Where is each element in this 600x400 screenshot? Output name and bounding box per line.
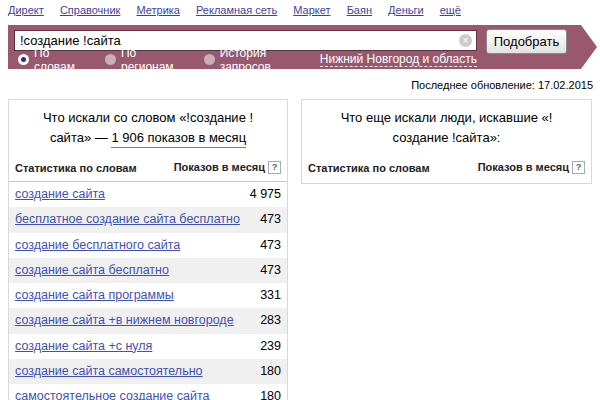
table-row: создание сайта +с нуля 239 bbox=[9, 334, 287, 359]
column-header-shows: Показов в месяц? bbox=[174, 161, 281, 174]
right-table-header: Статистика по словам Показов в месяц? bbox=[302, 154, 591, 183]
nav-link-more[interactable]: ещё bbox=[440, 4, 461, 16]
shows-value: 473 bbox=[260, 262, 281, 278]
shows-value: 473 bbox=[260, 211, 281, 227]
left-table-header: Статистика по словам Показов в месяц? bbox=[9, 154, 287, 182]
phrase-link[interactable]: создание сайта +в нижнем новгороде bbox=[15, 312, 234, 328]
shows-value: 180 bbox=[260, 388, 281, 400]
tab-by-words-label: По словам bbox=[34, 46, 75, 74]
shows-value: 283 bbox=[260, 312, 281, 328]
phrase-link[interactable]: создание сайта +с нуля bbox=[15, 338, 152, 354]
region-selector-link[interactable]: Нижний Новгород и область bbox=[320, 52, 477, 67]
radio-icon bbox=[105, 54, 116, 65]
help-icon[interactable]: ? bbox=[268, 161, 281, 174]
nav-link-dengi[interactable]: Деньги bbox=[388, 4, 424, 16]
radio-selected-icon bbox=[18, 54, 29, 65]
nav-link-metrika[interactable]: Метрика bbox=[136, 4, 180, 16]
right-panel-title: Что еще искали люди, искавшие «!создание… bbox=[302, 100, 591, 154]
phrase-link[interactable]: создание сайта самостоятельно bbox=[15, 363, 203, 379]
wordstat-page: { "colors": { "accent_maroon": "#98586e"… bbox=[0, 0, 600, 400]
table-row: создание сайта самостоятельно 180 bbox=[9, 359, 287, 384]
radio-icon bbox=[204, 54, 215, 65]
nav-link-market[interactable]: Маркет bbox=[293, 4, 330, 16]
table-row: самостоятельное создание сайта 180 bbox=[9, 384, 287, 400]
left-results-panel: Что искали со словом «!создание !сайта» … bbox=[8, 99, 288, 400]
column-header-phrase: Статистика по словам bbox=[15, 162, 137, 174]
table-row: создание бесплатного сайта 473 bbox=[9, 233, 287, 258]
clear-input-icon[interactable]: × bbox=[459, 34, 472, 47]
left-table-rows: создание сайта 4 975 бесплатное создание… bbox=[9, 182, 287, 400]
tab-query-history[interactable]: История запросов bbox=[204, 46, 290, 74]
nav-link-reklamnaya-set[interactable]: Рекламная сеть bbox=[196, 4, 277, 16]
phrase-link[interactable]: самостоятельное создание сайта bbox=[15, 388, 209, 400]
phrase-link[interactable]: создание сайта bbox=[15, 186, 105, 202]
shows-value: 180 bbox=[260, 363, 281, 379]
tab-by-regions-label: По регионам bbox=[121, 46, 174, 74]
shows-value: 4 975 bbox=[250, 186, 281, 202]
shows-per-month-total[interactable]: 1 906 показов в месяц bbox=[111, 130, 246, 148]
search-mode-row: По словам По регионам История запросов Н… bbox=[18, 52, 567, 67]
search-bar-arrow-tip bbox=[581, 25, 597, 69]
tab-by-words[interactable]: По словам bbox=[18, 46, 75, 74]
phrase-link[interactable]: создание бесплатного сайта bbox=[15, 237, 180, 253]
tab-query-history-label: История запросов bbox=[220, 46, 290, 74]
table-row: создание сайта +в нижнем новгороде 283 bbox=[9, 308, 287, 333]
top-services-nav: Директ Справочник Метрика Рекламная сеть… bbox=[0, 0, 600, 16]
column-header-shows: Показов в месяц? bbox=[478, 161, 585, 174]
column-header-phrase: Статистика по словам bbox=[308, 162, 430, 174]
nav-link-bayan[interactable]: Баян bbox=[347, 4, 372, 16]
phrase-link[interactable]: создание сайта программы bbox=[15, 287, 174, 303]
tab-by-regions[interactable]: По регионам bbox=[105, 46, 174, 74]
nav-link-direct[interactable]: Директ bbox=[8, 4, 44, 16]
phrase-link[interactable]: бесплатное создание сайта бесплатно bbox=[15, 211, 240, 227]
table-row: создание сайта программы 331 bbox=[9, 283, 287, 308]
shows-value: 473 bbox=[260, 237, 281, 253]
search-bar: × Подобрать По словам По регионам Истори… bbox=[8, 25, 581, 69]
table-row: создание сайта 4 975 bbox=[9, 182, 287, 207]
results-area: Что искали со словом «!создание !сайта» … bbox=[8, 99, 592, 400]
shows-value: 331 bbox=[260, 287, 281, 303]
left-panel-title: Что искали со словом «!создание !сайта» … bbox=[9, 100, 287, 154]
nav-link-spravochnik[interactable]: Справочник bbox=[60, 4, 121, 16]
last-update-text: Последнее обновление: 17.02.2015 bbox=[0, 69, 600, 91]
submit-button[interactable]: Подобрать bbox=[486, 29, 567, 54]
phrase-link[interactable]: создание сайта бесплатно bbox=[15, 262, 169, 278]
related-queries-panel: Что еще искали люди, искавшие «!создание… bbox=[301, 99, 592, 184]
table-row: бесплатное создание сайта бесплатно 473 bbox=[9, 207, 287, 232]
help-icon[interactable]: ? bbox=[572, 161, 585, 174]
table-row: создание сайта бесплатно 473 bbox=[9, 258, 287, 283]
shows-value: 239 bbox=[260, 338, 281, 354]
